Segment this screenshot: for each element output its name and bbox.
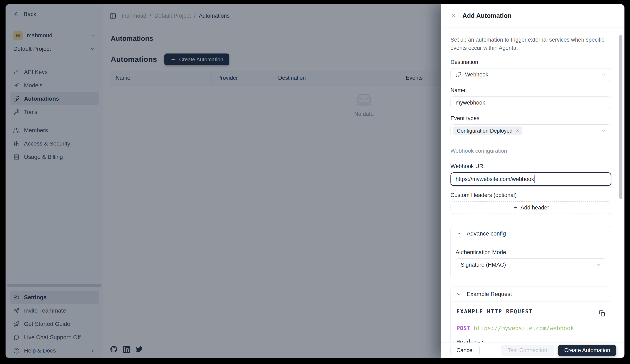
webhook-url-value: https://mywebsite.com/webhook xyxy=(456,176,534,182)
destination-label: Destination xyxy=(450,59,611,66)
plus-icon xyxy=(513,205,518,210)
drawer-description: Set up an automation to trigger external… xyxy=(450,36,611,52)
chevron-down-icon xyxy=(456,292,461,296)
scrollbar-thumb[interactable] xyxy=(619,35,622,199)
drawer-scrollbar[interactable] xyxy=(617,28,624,342)
copy-icon[interactable] xyxy=(599,310,606,317)
link-icon xyxy=(456,72,461,78)
drawer-body: Set up an automation to trigger external… xyxy=(441,28,624,342)
chevron-down-icon xyxy=(601,72,606,77)
custom-headers-label: Custom Headers (optional) xyxy=(450,192,611,198)
cancel-button[interactable]: Cancel xyxy=(450,345,480,356)
drawer-header: Add Automation xyxy=(441,4,624,28)
event-types-label: Event types xyxy=(450,115,611,122)
test-connection-button[interactable]: Test Connection xyxy=(501,345,554,356)
auth-mode-value: Signature (HMAC) xyxy=(461,262,506,268)
destination-select[interactable]: Webhook xyxy=(450,68,611,81)
add-automation-drawer: Add Automation Set up an automation to t… xyxy=(441,4,624,358)
add-header-button[interactable]: Add header xyxy=(450,201,611,214)
advance-config-panel: Advance config Authentication Mode Signa… xyxy=(450,226,611,280)
divider xyxy=(450,220,611,220)
code-heading: EXAMPLE HTTP REQUEST xyxy=(456,308,533,314)
example-request-panel: Example Request EXAMPLE HTTP REQUEST POS… xyxy=(450,286,611,342)
chevron-down-icon xyxy=(456,231,461,236)
add-header-label: Add header xyxy=(520,204,549,211)
tag-remove-icon[interactable] xyxy=(516,129,520,133)
chevron-down-icon xyxy=(601,128,606,134)
chevron-down-icon xyxy=(596,262,601,268)
app-window: Back M mahmoud Default Project xyxy=(6,4,624,358)
name-label: Name xyxy=(450,87,611,94)
webhook-configuration-title: Webhook configuration xyxy=(450,148,611,154)
auth-mode-select[interactable]: Signature (HMAC) xyxy=(456,258,606,271)
close-icon[interactable] xyxy=(450,13,456,19)
name-value: mywebhook xyxy=(456,100,485,106)
drawer-title: Add Automation xyxy=(462,12,512,20)
event-types-select[interactable]: Configuration Deployed xyxy=(450,124,611,137)
example-request-header[interactable]: Example Request xyxy=(451,287,611,302)
auth-mode-label: Authentication Mode xyxy=(456,249,606,256)
text-cursor xyxy=(534,176,535,183)
name-input[interactable]: mywebhook xyxy=(450,96,611,109)
advance-config-title: Advance config xyxy=(467,230,506,237)
drawer-footer: Cancel Test Connection Create Automation xyxy=(441,342,624,358)
code-headers-line: Headers: xyxy=(456,338,606,342)
webhook-url-input[interactable]: https://mywebsite.com/webhook xyxy=(450,172,611,186)
request-url: https://mywebsite.com/webhook xyxy=(474,325,574,332)
advance-config-header[interactable]: Advance config xyxy=(451,226,611,241)
destination-value: Webhook xyxy=(465,72,488,78)
event-type-tag: Configuration Deployed xyxy=(453,126,522,135)
example-request-title: Example Request xyxy=(467,291,512,298)
code-request-line: POST https://mywebsite.com/webhook xyxy=(456,325,606,332)
event-type-tag-label: Configuration Deployed xyxy=(457,128,512,134)
create-automation-submit-button[interactable]: Create Automation xyxy=(558,345,616,356)
http-method: POST xyxy=(456,325,470,332)
webhook-url-label: Webhook URL xyxy=(450,163,611,170)
